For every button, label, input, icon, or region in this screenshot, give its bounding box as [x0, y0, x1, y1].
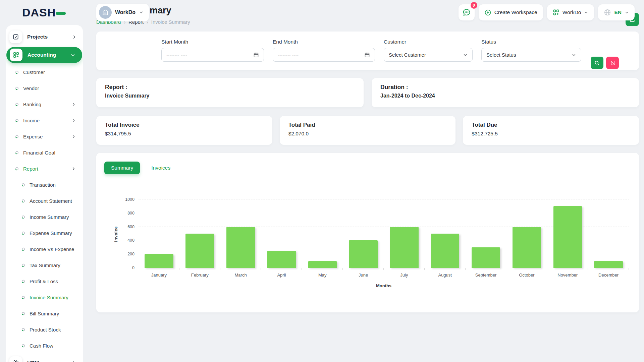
x-tick-label: October — [506, 273, 547, 278]
bullet-ring-icon — [21, 183, 25, 187]
invoice-bar-january[interactable] — [145, 254, 173, 268]
globe-icon — [604, 9, 611, 16]
invoice-bar-february[interactable] — [185, 234, 214, 268]
sidebar-item-transaction[interactable]: Transaction — [6, 177, 83, 193]
sidebar-item-customer[interactable]: Customer — [6, 64, 83, 80]
totals-row: Total Invoice$314,795.5Total Paid$2,070.… — [96, 116, 639, 145]
invoice-bar-march[interactable] — [226, 227, 255, 268]
invoice-bar-september[interactable] — [472, 247, 500, 268]
apply-filter-button[interactable] — [591, 57, 603, 69]
sidebar-item-profit-loss[interactable]: Profit & Loss — [6, 273, 83, 289]
start-month-field: Start Month -------- ---- — [161, 39, 264, 70]
chevron-right-icon — [71, 102, 76, 107]
sidebar-item-label: Income — [23, 118, 40, 123]
invoice-bar-may[interactable] — [308, 261, 337, 268]
bar-slot — [261, 199, 302, 268]
sidebar-item-expense-summary[interactable]: Expense Summary — [6, 225, 83, 241]
sidebar-item-product-stock[interactable]: Product Stock — [6, 321, 83, 338]
reset-filter-button[interactable] — [606, 57, 619, 69]
sidebar-item-financial-goal[interactable]: Financial Goal — [6, 144, 83, 161]
customer-field: Customer Select Customer — [384, 39, 473, 70]
chevron-down-icon — [139, 10, 144, 15]
sidebar-item-income-summary[interactable]: Income Summary — [6, 209, 83, 225]
sidebar-item-label: Account Statement — [30, 198, 72, 204]
x-tick-label: August — [425, 273, 466, 278]
chevron-right-icon — [72, 35, 77, 40]
chart-tabs: SummaryInvoices — [104, 162, 631, 174]
bullet-ring-icon — [21, 199, 25, 203]
brand-logo[interactable]: DASH — [22, 6, 83, 19]
invoice-bar-june[interactable] — [349, 240, 377, 268]
sidebar-item-expense[interactable]: Expense — [6, 128, 83, 144]
invoice-bar-august[interactable] — [431, 234, 459, 268]
chevron-right-icon — [71, 166, 76, 171]
bar-slot — [466, 199, 506, 268]
sidebar-item-income-vs-expense[interactable]: Income Vs Expense — [6, 241, 83, 257]
sidebar-item-label: Expense Summary — [30, 230, 72, 236]
invoice-bar-november[interactable] — [553, 206, 582, 268]
bar-slot — [302, 199, 343, 268]
customer-select[interactable]: Select Customer — [384, 48, 473, 62]
sidebar-item-hrm[interactable]: HRM — [6, 354, 83, 362]
sidebar-item-account-statement[interactable]: Account Statement — [6, 193, 83, 209]
main-content: Invoice Summary Dashboard › Report › Inv… — [83, 0, 644, 312]
sidebar-item-cash-flow[interactable]: Cash Flow — [6, 338, 83, 354]
bullet-ring-icon — [21, 328, 25, 331]
sidebar-item-accounting[interactable]: Accounting — [6, 47, 82, 63]
plus-circle-icon — [484, 9, 491, 16]
end-month-input[interactable]: -------- ---- — [273, 48, 375, 62]
sidebar-item-invoice-summary[interactable]: Invoice Summary — [6, 289, 83, 305]
x-tick-label: February — [179, 273, 220, 278]
report-info-row: Report : Invoice Summary Duration : Jan-… — [96, 78, 639, 107]
sidebar-item-label: Accounting — [28, 52, 56, 58]
tab-summary[interactable]: Summary — [104, 162, 140, 174]
invoice-bar-april[interactable] — [267, 251, 296, 268]
calendar-icon[interactable] — [364, 52, 370, 58]
language-selector[interactable]: EN — [598, 4, 635, 20]
workspace-switcher-button[interactable]: WorkDo — [547, 4, 594, 20]
invoice-bar-july[interactable] — [390, 227, 418, 268]
y-tick-label: 200 — [127, 252, 135, 256]
create-workspace-button[interactable]: Create Workspace — [479, 4, 543, 20]
status-selected-value: Select Status — [486, 52, 516, 58]
sidebar-item-projects[interactable]: Projects — [6, 28, 83, 46]
workspace-selector[interactable]: WorkDo — [96, 4, 149, 21]
chevron-down-icon — [625, 10, 629, 15]
sidebar-item-label: Product Stock — [30, 327, 61, 333]
tab-invoices[interactable]: Invoices — [145, 162, 177, 174]
chevron-down-icon — [584, 10, 588, 15]
sidebar-item-banking[interactable]: Banking — [6, 96, 83, 112]
invoice-bar-october[interactable] — [513, 227, 541, 268]
invoice-bar-chart: Invoice 02004006008001000 JanuaryFebruar… — [104, 181, 631, 288]
y-tick-label: 600 — [127, 225, 135, 229]
status-select[interactable]: Select Status — [481, 48, 581, 62]
bullet-ring-icon — [21, 215, 25, 219]
messages-button[interactable]: 0 — [459, 4, 475, 20]
total-label: Total Due — [472, 122, 630, 128]
invoice-bar-december[interactable] — [594, 261, 623, 268]
calendar-icon[interactable] — [253, 52, 259, 58]
sidebar-item-label: Income Vs Expense — [30, 246, 74, 252]
sidebar-item-income[interactable]: Income — [6, 112, 83, 128]
building-icon — [102, 9, 109, 16]
sidebar-item-label: HRM — [27, 360, 39, 362]
bullet-ring-icon — [21, 280, 25, 283]
sidebar-item-report[interactable]: Report — [6, 161, 83, 177]
language-label: EN — [614, 9, 622, 15]
x-tick-label: April — [261, 273, 302, 278]
bullet-ring-icon — [21, 296, 25, 299]
start-month-input[interactable]: -------- ---- — [161, 48, 264, 62]
bullet-ring-icon — [21, 344, 25, 348]
total-label: Total Invoice — [105, 122, 264, 128]
sidebar-item-label: Banking — [23, 102, 41, 107]
sidebar-item-tax-summary[interactable]: Tax Summary — [6, 257, 83, 273]
x-tick-label: November — [547, 273, 588, 278]
end-month-label: End Month — [273, 39, 375, 45]
sidebar-item-label: Report — [23, 166, 38, 172]
status-label: Status — [481, 39, 581, 45]
sidebar-item-label: Customer — [23, 69, 45, 75]
x-tick-label: January — [139, 273, 179, 278]
bar-slot — [425, 199, 466, 268]
sidebar-item-bill-summary[interactable]: Bill Summary — [6, 305, 83, 321]
sidebar-item-vendor[interactable]: Vendor — [6, 80, 83, 96]
